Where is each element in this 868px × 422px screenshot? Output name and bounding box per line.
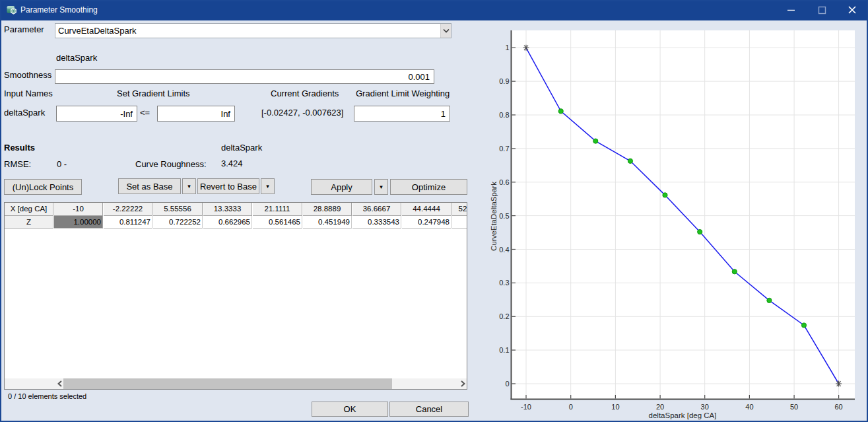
svg-text:-10: -10 [521, 403, 531, 411]
svg-text:CurveEtaDeltaSpark: CurveEtaDeltaSpark [490, 182, 498, 251]
svg-text:0.1: 0.1 [499, 346, 509, 354]
svg-text:0.6: 0.6 [499, 178, 509, 186]
svg-text:0.9: 0.9 [499, 77, 509, 85]
svg-text:10: 10 [611, 403, 619, 411]
svg-text:1: 1 [505, 44, 509, 52]
svg-text:0.5: 0.5 [499, 212, 509, 220]
svg-text:20: 20 [656, 403, 664, 411]
svg-text:0.7: 0.7 [499, 145, 509, 153]
svg-text:60: 60 [834, 403, 842, 411]
svg-text:0.8: 0.8 [499, 111, 509, 119]
svg-text:0.2: 0.2 [499, 312, 509, 320]
svg-text:0.4: 0.4 [499, 246, 509, 254]
svg-text:30: 30 [701, 403, 709, 411]
svg-text:0: 0 [569, 403, 573, 411]
svg-text:50: 50 [790, 403, 798, 411]
svg-text:0.3: 0.3 [499, 279, 509, 287]
svg-text:40: 40 [745, 403, 753, 411]
svg-text:deltaSpark [deg CA]: deltaSpark [deg CA] [649, 411, 717, 419]
svg-text:0: 0 [505, 380, 509, 388]
